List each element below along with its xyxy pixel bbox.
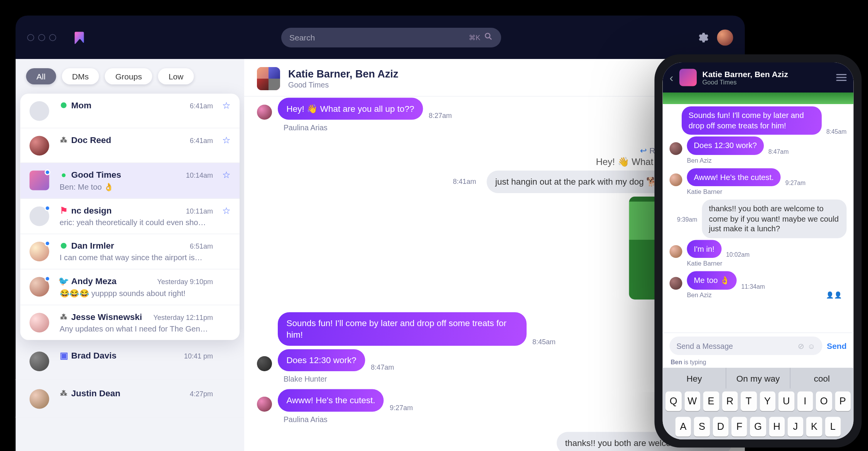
- conversation-item[interactable]: ●Good Times 10:14am ☆ Ben: Me too 👌: [20, 163, 240, 199]
- star-icon[interactable]: ☆: [222, 100, 230, 111]
- keyboard-key[interactable]: I: [797, 392, 813, 411]
- emoji-icon[interactable]: ☺: [807, 342, 815, 350]
- slack-icon: ⁂: [60, 389, 68, 397]
- star-icon[interactable]: ☆: [222, 135, 230, 146]
- conversation-time: 6:41am: [190, 136, 213, 144]
- keyboard-key[interactable]: G: [750, 417, 766, 437]
- conversation-time: Yesterday 12:11pm: [154, 313, 213, 321]
- typing-indicator: Ben is typing: [663, 358, 854, 368]
- avatar-icon: [30, 389, 49, 409]
- back-icon[interactable]: ‹: [670, 71, 674, 84]
- conversation-name: Andy Meza: [71, 276, 117, 286]
- conversation-item[interactable]: ⁂Justin Dean 4:27pm ☆: [16, 380, 245, 418]
- keyboard-key[interactable]: S: [694, 417, 710, 437]
- conversation-item[interactable]: Dan Irmler 6:51am ☆ I can come that way …: [20, 234, 240, 270]
- conversation-item[interactable]: ⁂Doc Reed 6:41am ☆: [20, 128, 240, 163]
- settings-icon[interactable]: [696, 31, 709, 44]
- message-bubble: Hey! 👋 What are you all up to??: [278, 98, 423, 120]
- chat-title: Katie Barner, Ben Aziz: [288, 68, 399, 81]
- phone-chat-title: Katie Barner, Ben Aziz: [703, 69, 788, 79]
- conversation-time: 10:41 pm: [184, 352, 213, 360]
- avatar-icon: [30, 101, 49, 121]
- message-bubble: Awww! He's the cutest.: [278, 389, 384, 411]
- conversation-item[interactable]: ⁂Jesse Wisnewski Yesterday 12:11pm ☆ Any…: [20, 305, 240, 340]
- chat-avatar-icon: [257, 67, 280, 90]
- message-avatar-icon: [670, 142, 682, 155]
- message-time: 11:34am: [741, 283, 765, 289]
- message-time: 8:41am: [453, 178, 476, 186]
- star-icon[interactable]: ☆: [222, 205, 230, 217]
- filter-low[interactable]: Low: [158, 68, 194, 84]
- search-input[interactable]: Search ⌘K: [281, 27, 501, 47]
- window-controls[interactable]: [27, 34, 56, 41]
- message-avatar-icon: [670, 277, 682, 289]
- keyboard-key[interactable]: R: [722, 392, 738, 411]
- keyboard-key[interactable]: L: [825, 417, 841, 437]
- read-receipts-icon: 👤👤: [826, 291, 842, 299]
- slack-icon: ⁂: [60, 136, 68, 144]
- send-button[interactable]: Send: [827, 341, 846, 350]
- message-avatar-icon: [257, 396, 272, 411]
- suggestion[interactable]: Hey: [663, 368, 726, 389]
- conversation-item[interactable]: ▣Brad Davis 10:41 pm ☆: [16, 342, 245, 380]
- message-avatar-icon: [670, 173, 682, 186]
- conversation-name: Good Times: [71, 170, 122, 180]
- unread-dot-icon: [45, 170, 51, 175]
- message-sender: Katie Barner: [687, 188, 847, 195]
- keyboard-key[interactable]: J: [787, 417, 803, 437]
- keyboard-key[interactable]: O: [816, 392, 832, 411]
- avatar-icon: [30, 277, 49, 297]
- message-bubble: Sounds fun! I'll come by later and drop …: [682, 106, 822, 135]
- keyboard-key[interactable]: D: [713, 417, 728, 437]
- conversation-name: Jesse Wisnewski: [71, 312, 142, 322]
- chat-avatar-icon: [679, 69, 697, 86]
- menu-icon[interactable]: [836, 74, 847, 81]
- message-time: 10:02am: [726, 251, 750, 258]
- keyboard-key[interactable]: K: [806, 417, 822, 437]
- conversation-item[interactable]: Mom 6:41am ☆: [20, 94, 240, 128]
- keyboard-row: A S D F G H J K L: [663, 414, 854, 439]
- filter-dms[interactable]: DMs: [62, 68, 99, 84]
- filter-groups[interactable]: Groups: [105, 68, 152, 84]
- conversation-name: Dan Irmler: [71, 241, 114, 251]
- svg-point-0: [485, 34, 490, 38]
- keyboard-key[interactable]: F: [731, 417, 747, 437]
- conversation-time: 6:41am: [190, 101, 213, 109]
- unread-dot-icon: [45, 205, 51, 211]
- star-icon[interactable]: ☆: [222, 170, 230, 181]
- keyboard-key[interactable]: T: [741, 392, 757, 411]
- attachment-icon[interactable]: ⊘: [798, 342, 804, 350]
- keyboard-key[interactable]: A: [675, 417, 691, 437]
- conversation-preview: Ben: Me too 👌: [60, 182, 231, 192]
- message-time: 8:47am: [768, 148, 789, 155]
- slack-icon: ⁂: [60, 313, 68, 321]
- keyboard-row: Q W E R T Y U I O P: [663, 389, 854, 414]
- message-time: 9:27am: [785, 179, 806, 186]
- keyboard-key[interactable]: E: [703, 392, 719, 411]
- keyboard-key[interactable]: Q: [665, 392, 681, 411]
- phone-mockup: ‹ Katie Barner, Ben Aziz Good Times Soun…: [655, 54, 862, 448]
- app-logo-icon: [73, 30, 86, 44]
- suggestion[interactable]: cool: [790, 368, 853, 389]
- message-avatar-icon: [670, 246, 682, 258]
- keyboard-key[interactable]: P: [835, 392, 851, 411]
- message-bubble: Awww! He's the cutest.: [687, 168, 781, 186]
- conversation-item[interactable]: ⚑nc design 10:11am ☆ eric: yeah theoreti…: [20, 199, 240, 234]
- message-bubble: Does 12:30 work?: [278, 349, 365, 371]
- suggestion[interactable]: On my way: [726, 368, 790, 389]
- user-avatar[interactable]: [717, 29, 733, 45]
- message-time: 8:47am: [371, 363, 394, 371]
- keyboard-key[interactable]: W: [684, 392, 700, 411]
- message-bubble: I'm in!: [687, 240, 721, 258]
- chat-subtitle: Good Times: [288, 81, 399, 89]
- keyboard-suggestions[interactable]: Hey On my way cool: [663, 368, 854, 389]
- compose-input[interactable]: Send a Message⊘☺: [670, 337, 822, 355]
- conversation-time: 4:27pm: [190, 389, 213, 397]
- status-dot-icon: [61, 242, 67, 248]
- filter-all[interactable]: All: [26, 68, 56, 84]
- keyboard-key[interactable]: U: [778, 392, 794, 411]
- conversation-item[interactable]: 🐦Andy Meza Yesterday 9:10pm ☆ 😂😂😂 yupppp…: [20, 269, 240, 305]
- message-sender: Ben Aziz: [687, 157, 847, 163]
- keyboard-key[interactable]: Y: [760, 392, 775, 411]
- keyboard-key[interactable]: H: [769, 417, 785, 437]
